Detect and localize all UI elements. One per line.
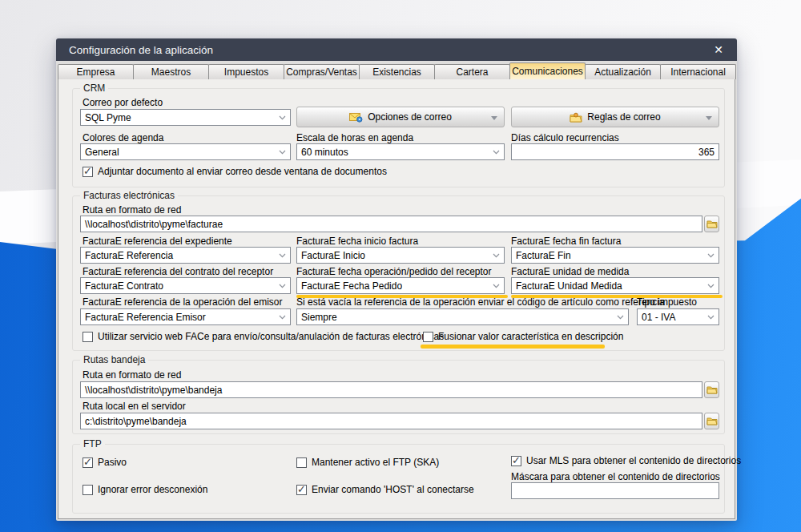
- fecha-pedido-label: FacturaE fecha operación/pedido del rece…: [296, 266, 492, 277]
- window-title: Configuración de la aplicación: [69, 44, 213, 56]
- escala-horas-select[interactable]: 60 minutos: [296, 143, 505, 160]
- checkbox-box: [83, 332, 93, 342]
- fecha-inicio-label: FacturaE fecha inicio factura: [296, 236, 418, 247]
- folder-icon: [706, 220, 718, 228]
- highlight-underline: [421, 345, 605, 349]
- chevron-down-icon: [279, 315, 286, 320]
- fusionar-caracteristica-checkbox[interactable]: Fusionar valor característica en descrip…: [423, 331, 623, 342]
- tab-actualizacion[interactable]: Actualización: [585, 64, 661, 79]
- fecha-inicio-select[interactable]: FacturaE Inicio: [296, 247, 505, 264]
- unidad-medida-value: FacturaE Unidad Medida: [516, 280, 622, 292]
- adjuntar-documento-checkbox[interactable]: Adjuntar documento al enviar correo desd…: [83, 166, 387, 177]
- face-webservice-checkbox[interactable]: Utilizar servicio web FACe para envío/co…: [83, 331, 444, 342]
- ref-expediente-select[interactable]: FacturaE Referencia: [80, 247, 291, 264]
- chevron-down-icon: [493, 253, 500, 258]
- colores-agenda-select[interactable]: General: [80, 143, 291, 160]
- pasivo-checkbox[interactable]: Pasivo: [83, 457, 127, 468]
- ruta-red-facturae-label: Ruta en formato de red: [83, 204, 181, 216]
- tab-maestros[interactable]: Maestros: [133, 64, 209, 79]
- checkbox-box: [511, 456, 521, 466]
- mantener-ftp-label: Mantener activo el FTP (SKA): [312, 457, 439, 468]
- tab-cartera[interactable]: Cartera: [434, 64, 510, 79]
- tab-impuestos[interactable]: Impuestos: [208, 64, 284, 79]
- checkbox-box: [83, 457, 93, 468]
- ignorar-desconexion-label: Ignorar error desconexión: [98, 484, 207, 495]
- escala-horas-label: Escala de horas en agenda: [296, 132, 413, 143]
- close-icon[interactable]: ✕: [708, 38, 729, 61]
- checkbox-box: [83, 167, 93, 177]
- tab-content-comunicaciones: CRM Correo por defecto SQL Pyme Opciones…: [58, 79, 735, 519]
- fecha-fin-value: FacturaE Fin: [516, 250, 571, 261]
- tab-comunicaciones[interactable]: Comunicaciones: [509, 62, 586, 79]
- browse-folder-button[interactable]: [704, 381, 719, 398]
- chevron-down-icon: [279, 253, 286, 258]
- usar-mls-checkbox[interactable]: Usar MLS para obtener el contenido de di…: [511, 455, 741, 466]
- titlebar[interactable]: Configuración de la aplicación ✕: [56, 38, 737, 61]
- tab-bar: Empresa Maestros Impuestos Compras/Venta…: [58, 62, 735, 79]
- ref-expediente-label: FacturaE referencia del expediente: [83, 236, 232, 247]
- fecha-fin-label: FacturaE fecha fin factura: [511, 236, 621, 247]
- tipo-impuesto-select[interactable]: 01 - IVA: [637, 308, 719, 325]
- ruta-red-bandeja-label: Ruta en formato de red: [83, 369, 181, 381]
- tab-internacional[interactable]: Internacional: [660, 64, 736, 79]
- unidad-medida-label: FacturaE unidad de medida: [511, 266, 629, 277]
- ruta-local-servidor-input[interactable]: c:\distrito\pyme\bandeja: [80, 413, 702, 429]
- folder-icon: [706, 385, 718, 394]
- chevron-down-icon: [707, 253, 714, 258]
- ref-contrato-label: FacturaE referencia del contrato del rec…: [83, 266, 273, 277]
- correo-defecto-value: SQL Pyme: [85, 112, 131, 123]
- facturas-group-label: Facturas electrónicas: [80, 190, 178, 201]
- ftp-group-label: FTP: [80, 438, 105, 449]
- reglas-correo-label: Reglas de correo: [587, 111, 660, 123]
- escala-horas-value: 60 minutos: [301, 147, 348, 158]
- ref-emisor-select[interactable]: FacturaE Referencia Emisor: [80, 308, 291, 325]
- fecha-inicio-value: FacturaE Inicio: [301, 250, 365, 261]
- pasivo-label: Pasivo: [98, 457, 127, 468]
- enviar-host-checkbox[interactable]: Enviar comando 'HOST' al conectarse: [296, 484, 474, 495]
- tab-compras-ventas[interactable]: Compras/Ventas: [284, 64, 360, 79]
- chevron-down-icon: [493, 284, 500, 288]
- adjuntar-documento-label: Adjuntar documento al enviar correo desd…: [98, 166, 387, 177]
- reglas-correo-button[interactable]: Reglas de correo: [511, 107, 719, 127]
- rutas-bandeja-group-label: Rutas bandeja: [80, 354, 148, 365]
- ruta-red-facturae-input[interactable]: \\localhost\distrito\pyme\facturae: [80, 216, 702, 232]
- chevron-down-icon: [707, 315, 714, 320]
- crm-group-label: CRM: [80, 83, 108, 94]
- ignorar-desconexion-checkbox[interactable]: Ignorar error desconexión: [83, 484, 207, 495]
- fecha-fin-select[interactable]: FacturaE Fin: [511, 247, 719, 264]
- browse-folder-button[interactable]: [704, 216, 719, 232]
- fecha-pedido-select[interactable]: FacturaE Fecha Pedido: [296, 277, 505, 294]
- ref-contrato-select[interactable]: FacturaE Contrato: [80, 277, 291, 294]
- ref-emisor-value: FacturaE Referencia Emisor: [85, 312, 206, 323]
- vacia-referencia-select[interactable]: Siempre: [296, 308, 629, 325]
- checkbox-box: [83, 485, 93, 495]
- dias-recurrencias-label: Días cálculo recurrencias: [511, 132, 619, 143]
- checkbox-box: [423, 332, 433, 342]
- chevron-down-icon: [707, 284, 714, 288]
- app-settings-dialog: Configuración de la aplicación ✕ Empresa…: [56, 38, 737, 521]
- enviar-host-label: Enviar comando 'HOST' al conectarse: [312, 484, 474, 495]
- dropdown-arrow-icon: [706, 116, 712, 120]
- chevron-down-icon: [279, 115, 286, 120]
- tab-empresa[interactable]: Empresa: [58, 64, 134, 79]
- mantener-ftp-checkbox[interactable]: Mantener activo el FTP (SKA): [296, 457, 439, 468]
- fusionar-caracteristica-label: Fusionar valor característica en descrip…: [438, 331, 623, 342]
- dropdown-arrow-icon: [491, 116, 497, 120]
- unidad-medida-select[interactable]: FacturaE Unidad Medida: [511, 277, 719, 294]
- mascara-directorios-input[interactable]: [511, 482, 719, 499]
- colores-agenda-label: Colores de agenda: [83, 132, 163, 143]
- tab-existencias[interactable]: Existencias: [359, 64, 435, 79]
- browse-folder-button[interactable]: [704, 413, 719, 429]
- checkbox-box: [296, 485, 307, 495]
- mail-rules-icon: [570, 112, 582, 123]
- correo-defecto-select[interactable]: SQL Pyme: [80, 109, 291, 126]
- opciones-correo-button[interactable]: Opciones de correo: [296, 107, 505, 127]
- dias-recurrencias-input[interactable]: 365: [511, 143, 719, 160]
- tipo-impuesto-label: Tipo impuesto: [637, 296, 697, 308]
- correo-defecto-label: Correo por defecto: [83, 97, 163, 108]
- ruta-red-bandeja-input[interactable]: \\localhost\distrito\pyme\bandeja: [80, 381, 702, 398]
- tipo-impuesto-value: 01 - IVA: [642, 312, 675, 323]
- chevron-down-icon: [617, 315, 624, 320]
- usar-mls-label: Usar MLS para obtener el contenido de di…: [526, 455, 741, 466]
- opciones-correo-label: Opciones de correo: [368, 111, 452, 123]
